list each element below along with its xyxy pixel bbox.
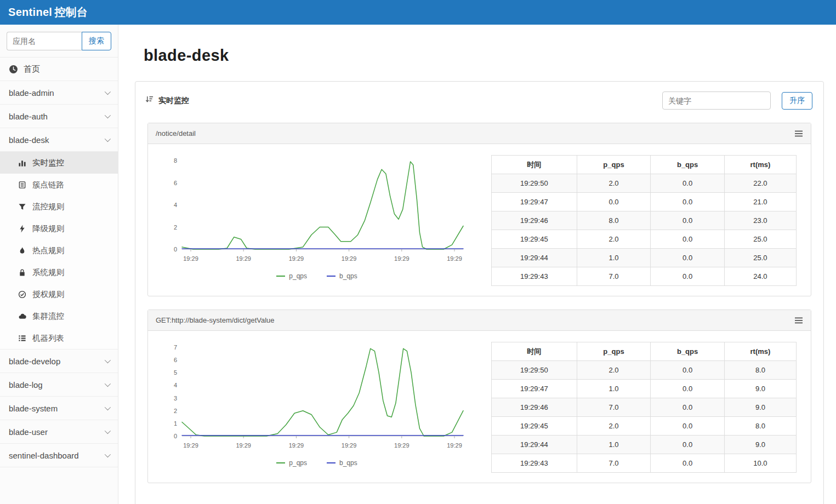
- svg-text:6: 6: [173, 180, 177, 186]
- table-row: 19:29:502.00.08.0: [492, 361, 797, 380]
- table-cell: 19:29:47: [492, 380, 577, 398]
- sidebar-item-blade-develop[interactable]: blade-develop: [0, 350, 118, 373]
- table-row: 19:29:452.00.025.0: [492, 230, 797, 249]
- sidebar-item-label: 首页: [24, 64, 40, 75]
- sidebar-item-blade-system[interactable]: blade-system: [0, 397, 118, 420]
- sidebar-item-label: blade-log: [9, 380, 43, 390]
- legend-item: b_qps: [327, 459, 357, 467]
- sidebar-nav: 首页 blade-admin blade-auth blade-desk 实时监…: [0, 57, 118, 467]
- bolt-icon: [18, 225, 26, 233]
- svg-text:19:29: 19:29: [183, 255, 198, 262]
- sidebar-item-blade-desk[interactable]: blade-desk: [0, 128, 118, 152]
- table-cell: 7.0: [577, 398, 651, 417]
- sidebar-item-label: blade-user: [9, 427, 48, 437]
- resource-card-body: 0123456719:2919:2919:2919:2919:2919:29p_…: [148, 331, 811, 483]
- ascending-sort-button[interactable]: 升序: [782, 92, 812, 110]
- table-header-row: 时间 p_qps b_qps rt(ms): [492, 342, 797, 361]
- sidebar-item-blade-log[interactable]: blade-log: [0, 373, 118, 397]
- submenu-item-hotspot-rules[interactable]: 热点规则: [0, 239, 118, 261]
- qps-chart: 0123456719:2919:2919:2919:2919:2919:29p_…: [152, 342, 481, 467]
- table-cell: 0.0: [651, 211, 725, 230]
- search-button[interactable]: 搜索: [82, 32, 111, 50]
- fire-icon: [18, 247, 26, 255]
- col-header-bqps: b_qps: [651, 156, 725, 174]
- submenu-item-degrade-rules[interactable]: 降级规则: [0, 217, 118, 239]
- app-search-group: 搜索: [0, 25, 118, 57]
- table-cell: 0.0: [577, 193, 651, 211]
- legend-item: p_qps: [276, 459, 307, 467]
- svg-text:19:29: 19:29: [394, 255, 410, 262]
- svg-text:19:29: 19:29: [183, 442, 198, 449]
- table-cell: 8.0: [577, 211, 651, 230]
- sidebar-item-blade-user[interactable]: blade-user: [0, 420, 118, 444]
- submenu-item-label: 集群流控: [32, 311, 64, 322]
- panel-toolbar: 实时监控 升序: [135, 82, 823, 117]
- app-search-input[interactable]: [7, 32, 82, 50]
- table-cell: 7.0: [577, 267, 651, 286]
- app-title-bold: Sentinel: [8, 6, 52, 18]
- col-header-pqps: p_qps: [577, 342, 651, 361]
- toolbar-right: 升序: [662, 91, 812, 110]
- submenu-item-label: 系统规则: [32, 267, 64, 278]
- submenu-item-label: 热点规则: [32, 245, 64, 256]
- resource-card-body: 0246819:2919:2919:2919:2919:2919:29p_qps…: [148, 144, 811, 296]
- metrics-table-wrap: 时间 p_qps b_qps rt(ms) 19:29:502.00.08.01…: [491, 342, 797, 473]
- svg-text:19:29: 19:29: [236, 442, 251, 449]
- sidebar-item-label: blade-develop: [9, 357, 60, 366]
- sidebar-item-label: blade-desk: [9, 135, 49, 145]
- table-cell: 0.0: [651, 267, 725, 286]
- table-row: 19:29:467.00.09.0: [492, 398, 797, 417]
- sidebar-item-blade-admin[interactable]: blade-admin: [0, 81, 118, 105]
- legend-swatch: [327, 276, 335, 277]
- table-cell: 0.0: [651, 436, 725, 454]
- submenu-item-label: 授权规则: [32, 289, 64, 300]
- table-row: 19:29:441.00.09.0: [492, 436, 797, 454]
- metrics-table-wrap: 时间 p_qps b_qps rt(ms) 19:29:502.00.022.0…: [491, 155, 797, 286]
- sidebar-item-home[interactable]: 首页: [0, 58, 118, 81]
- resource-name: GET:http://blade-system/dict/getValue: [156, 316, 275, 324]
- resource-card-notice-detail: /notice/detail 0246819:2919:2919:2919:29…: [147, 123, 811, 296]
- table-cell: 19:29:44: [492, 436, 577, 454]
- table-cell: 0.0: [651, 230, 725, 249]
- chevron-down-icon: [105, 381, 111, 387]
- table-cell: 0.0: [651, 398, 725, 417]
- chevron-down-icon: [105, 112, 111, 118]
- table-cell: 9.0: [724, 398, 796, 417]
- table-cell: 21.0: [724, 193, 796, 211]
- submenu-item-flow-rules[interactable]: 流控规则: [0, 196, 118, 217]
- keyword-input[interactable]: [662, 91, 771, 110]
- submenu-item-cluster-flow[interactable]: 集群流控: [0, 305, 118, 327]
- table-cell: 24.0: [724, 267, 796, 286]
- table-cell: 19:29:43: [492, 267, 577, 286]
- table-cell: 23.0: [724, 211, 796, 230]
- lock-icon: [18, 268, 26, 277]
- submenu-item-label: 实时监控: [32, 158, 64, 168]
- col-header-time: 时间: [492, 156, 577, 174]
- hamburger-menu-icon[interactable]: [794, 317, 803, 324]
- chevron-down-icon: [105, 89, 111, 95]
- svg-text:4: 4: [173, 202, 177, 208]
- svg-text:19:29: 19:29: [341, 442, 356, 449]
- hamburger-menu-icon[interactable]: [794, 130, 803, 138]
- table-cell: 1.0: [577, 380, 651, 398]
- table-row: 19:29:468.00.023.0: [492, 211, 797, 230]
- table-cell: 8.0: [724, 361, 796, 380]
- bar-chart-icon: [18, 159, 26, 167]
- submenu-item-realtime-monitor[interactable]: 实时监控: [0, 152, 118, 174]
- col-header-rt: rt(ms): [724, 156, 796, 174]
- resource-card-dict-getvalue: GET:http://blade-system/dict/getValue 01…: [147, 310, 811, 483]
- submenu-item-cluster-link[interactable]: 簇点链路: [0, 174, 118, 196]
- svg-text:6: 6: [173, 357, 177, 363]
- legend-label: p_qps: [289, 272, 307, 280]
- submenu-item-label: 流控规则: [32, 202, 64, 212]
- svg-text:19:29: 19:29: [394, 442, 410, 449]
- sidebar-item-blade-auth[interactable]: blade-auth: [0, 105, 118, 128]
- submenu-item-system-rules[interactable]: 系统规则: [0, 261, 118, 283]
- table-cell: 7.0: [577, 454, 651, 473]
- sidebar-item-sentinel-dashboard[interactable]: sentinel-dashboard: [0, 444, 118, 467]
- clock-icon: [9, 65, 18, 74]
- submenu-item-authority-rules[interactable]: 授权规则: [0, 283, 118, 305]
- resource-name: /notice/detail: [156, 129, 196, 138]
- chevron-down-icon: [105, 136, 111, 142]
- submenu-item-machine-list[interactable]: 机器列表: [0, 327, 118, 349]
